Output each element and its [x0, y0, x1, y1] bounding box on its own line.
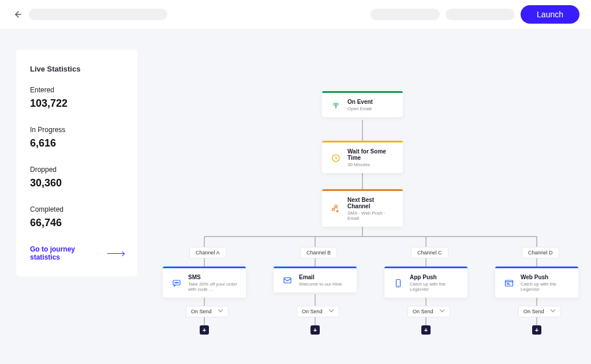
stat-value: 30,360 [30, 177, 124, 189]
stats-title: Live Statistics [30, 65, 124, 73]
svg-point-25 [175, 282, 175, 283]
node-subtitle: SMS · Web Push · Email [347, 211, 395, 221]
node-title: Wait for Some Time [347, 148, 395, 161]
node-wait[interactable]: Wait for Some Time 30 Minutes [322, 141, 403, 173]
svg-point-26 [176, 282, 177, 283]
action-placeholder-1 [371, 9, 440, 20]
back-arrow-icon[interactable] [12, 9, 23, 20]
topbar: Launch [0, 0, 591, 29]
on-send-dropdown-b[interactable]: On Send [297, 306, 339, 317]
title-placeholder [29, 9, 167, 20]
email-icon [282, 275, 293, 286]
channel-label-d: Channel D [522, 247, 559, 258]
sms-icon [171, 277, 182, 289]
channel-label-c: Channel C [411, 247, 448, 258]
chevron-down-icon [440, 309, 445, 314]
on-send-dropdown-d[interactable]: On Send [518, 306, 561, 317]
node-on-event[interactable]: On Event Open Email [322, 91, 403, 117]
node-channel-sms[interactable]: SMS Take 20% off your order with code … [163, 267, 246, 298]
on-send-label: On Send [523, 309, 544, 314]
on-send-dropdown-c[interactable]: On Send [407, 306, 450, 317]
clock-icon [330, 152, 342, 164]
node-title: Email [299, 274, 343, 280]
channel-label-b: Channel B [300, 247, 337, 258]
add-step-button-d[interactable] [532, 325, 541, 335]
node-title: App Push [410, 274, 459, 280]
arrow-long-icon [107, 253, 124, 254]
node-subtitle: Catch up with the Legends! [521, 282, 570, 292]
stat-value: 103,722 [30, 97, 124, 110]
chevron-down-icon [219, 309, 223, 314]
svg-rect-23 [332, 209, 335, 211]
stat-entered: Entered 103,722 [30, 86, 124, 110]
stat-label: Completed [30, 205, 124, 213]
stats-link-text: Go to journey statistics [30, 245, 103, 261]
webpush-icon [503, 277, 515, 289]
stat-label: Dropped [30, 166, 124, 174]
live-statistics-panel: Live Statistics Entered 103,722 In Progr… [16, 50, 137, 276]
chevron-down-icon [330, 309, 334, 314]
action-placeholder-2 [446, 9, 515, 20]
svg-point-27 [178, 282, 178, 283]
on-send-label: On Send [191, 309, 212, 314]
node-title: SMS [188, 274, 238, 280]
stat-label: In Progress [30, 126, 124, 134]
add-step-button-c[interactable] [421, 325, 431, 335]
node-title: Web Push [521, 274, 570, 280]
event-icon [330, 99, 342, 111]
on-send-label: On Send [413, 309, 433, 314]
node-channel-webpush[interactable]: Web Push Catch up with the Legends! [495, 267, 578, 298]
node-subtitle: 30 Minutes [347, 162, 395, 167]
split-icon [330, 203, 342, 215]
node-title: On Event [347, 99, 373, 105]
journey-canvas: On Event Open Email Wait for Some Time 3… [137, 29, 591, 364]
launch-button[interactable]: Launch [521, 5, 579, 24]
add-step-button-a[interactable] [200, 325, 209, 335]
on-send-dropdown-a[interactable]: On Send [186, 306, 229, 317]
stat-dropped: Dropped 30,360 [30, 166, 124, 189]
channel-label-a: Channel A [189, 247, 226, 258]
svg-rect-28 [284, 278, 291, 283]
on-send-label: On Send [302, 309, 323, 314]
svg-rect-22 [335, 205, 337, 207]
node-subtitle: Open Email [347, 106, 373, 111]
node-subtitle: Catch up with the Legends! [410, 282, 459, 292]
node-channel-apppush[interactable]: App Push Catch up with the Legends! [384, 267, 467, 298]
node-next-best-channel[interactable]: Next Best Channel SMS · Web Push · Email [322, 189, 403, 227]
journey-statistics-link[interactable]: Go to journey statistics [30, 245, 124, 261]
add-step-button-b[interactable] [311, 325, 320, 335]
stat-value: 6,616 [30, 137, 124, 149]
node-channel-email[interactable]: Email Welcome to our Hive. [274, 267, 357, 292]
node-title: Next Best Channel [347, 197, 395, 209]
node-subtitle: Welcome to our Hive. [299, 282, 343, 287]
node-subtitle: Take 20% off your order with code … [188, 282, 238, 292]
apppush-icon [392, 277, 404, 289]
chevron-down-icon [551, 309, 556, 314]
stat-value: 66,746 [30, 217, 124, 229]
stat-completed: Completed 66,746 [30, 205, 124, 229]
stat-label: Entered [30, 86, 124, 94]
stat-in-progress: In Progress 6,616 [30, 126, 124, 149]
